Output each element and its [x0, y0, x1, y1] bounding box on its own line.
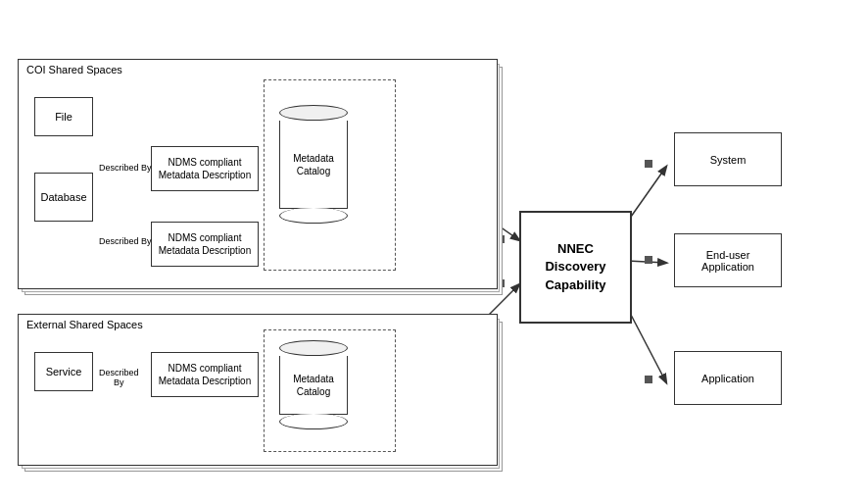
- ext-described-by: DescribedBy: [99, 368, 139, 387]
- ndms-box-2: NDMS compliantMetadata Description: [151, 222, 259, 267]
- described-by-1: Described By: [99, 163, 152, 173]
- database-box: Database: [34, 173, 93, 222]
- diagram-container: COI Shared Spaces File Database Metadata…: [0, 0, 868, 503]
- application-box: Application: [674, 351, 782, 405]
- ext-metadata-catalog-label: MetadataCatalog: [293, 373, 334, 398]
- ext-metadata-catalog-cylinder: MetadataCatalog: [279, 340, 348, 429]
- ext-ndms-box: NDMS compliantMetadata Description: [151, 352, 259, 397]
- coi-panel-label: COI Shared Spaces: [26, 64, 122, 75]
- coi-panel: COI Shared Spaces File Database Metadata…: [18, 59, 498, 289]
- end-user-application-box: End-user Application: [674, 233, 782, 287]
- ndms-box-1: NDMS compliantMetadata Description: [151, 146, 259, 191]
- nnec-box: NNEC Discovery Capability: [519, 211, 632, 324]
- ext-panel: External Shared Spaces Service MetadataC…: [18, 314, 498, 466]
- described-by-2: Described By: [99, 236, 152, 246]
- service-box: Service: [34, 352, 93, 391]
- coi-inner-dashed: MetadataCatalog: [264, 79, 396, 271]
- ext-inner-dashed: MetadataCatalog: [264, 329, 396, 452]
- svg-rect-14: [645, 256, 652, 264]
- coi-metadata-catalog-cylinder: MetadataCatalog: [279, 105, 348, 224]
- ext-panel-label: External Shared Spaces: [26, 319, 143, 330]
- system-box: System: [674, 132, 782, 186]
- svg-rect-13: [645, 160, 652, 168]
- file-box: File: [34, 97, 93, 136]
- coi-metadata-catalog-label: MetadataCatalog: [293, 152, 334, 177]
- svg-rect-15: [645, 376, 652, 383]
